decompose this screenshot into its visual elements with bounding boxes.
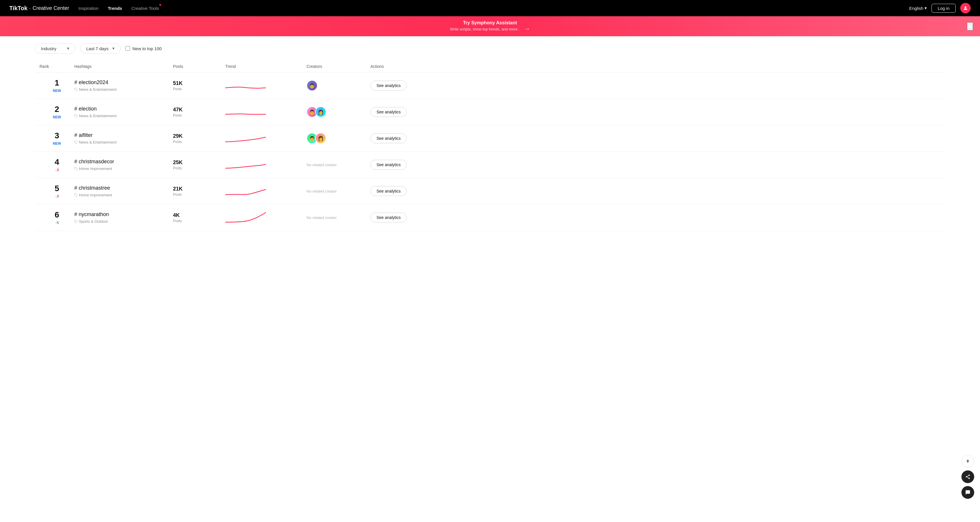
share-icon bbox=[965, 474, 970, 479]
table-row: 3 NEW # aifilter News & Entertainment 29… bbox=[35, 125, 945, 152]
hashtag-cell: # election News & Entertainment bbox=[74, 106, 173, 118]
banner-close-button[interactable]: ✕ bbox=[967, 22, 973, 30]
creator-avatars: 👨👩 bbox=[307, 106, 326, 117]
table-row: 4 ↓3 # christmasdecor Home Improvement 2… bbox=[35, 152, 945, 178]
banner-content: Try Symphony Assistant Write scripts, sh… bbox=[450, 20, 530, 32]
banner-title: Try Symphony Assistant bbox=[450, 20, 530, 25]
actions-cell: See analytics bbox=[371, 81, 940, 90]
actions-cell: See analytics bbox=[371, 133, 940, 143]
logo-tiktok: TikTok bbox=[9, 5, 27, 12]
period-chevron-icon: ▾ bbox=[112, 46, 115, 51]
creators-cell: 👨👩 bbox=[307, 106, 371, 117]
see-analytics-button[interactable]: See analytics bbox=[371, 107, 407, 117]
floating-buttons bbox=[961, 455, 974, 499]
period-dropdown[interactable]: Last 7 days ▾ bbox=[80, 43, 121, 54]
svg-line-11 bbox=[967, 476, 968, 476]
creator-avatars: 👨 bbox=[307, 80, 318, 91]
svg-point-0 bbox=[965, 6, 966, 8]
col-posts: Posts bbox=[173, 64, 225, 69]
nav-trends[interactable]: Trends bbox=[108, 5, 122, 12]
tag-icon bbox=[74, 114, 78, 118]
language-selector[interactable]: English ▾ bbox=[909, 5, 927, 11]
tag-icon bbox=[74, 167, 78, 171]
rank-cell: 5 ↓3 bbox=[40, 184, 74, 198]
posts-cell: 29K Posts bbox=[173, 133, 225, 144]
login-button[interactable]: Log in bbox=[932, 4, 956, 13]
trend-sparkline bbox=[225, 132, 266, 145]
banner-subtitle: Write scripts, show top trends, and more… bbox=[450, 27, 519, 31]
new-to-top-checkbox[interactable] bbox=[126, 46, 130, 51]
scroll-top-button[interactable] bbox=[961, 455, 974, 468]
symphony-banner[interactable]: Try Symphony Assistant Write scripts, sh… bbox=[0, 16, 980, 36]
hashtag-cell: # christmasdecor Home Improvement bbox=[74, 159, 173, 171]
nav-inspiration[interactable]: Inspiration bbox=[78, 5, 99, 12]
creators-cell: No related creator bbox=[307, 189, 371, 194]
creators-cell: No related creator bbox=[307, 216, 371, 220]
svg-point-8 bbox=[966, 476, 967, 478]
main-nav: Inspiration Trends Creative Tools bbox=[78, 5, 900, 12]
actions-cell: See analytics bbox=[371, 213, 940, 222]
user-icon bbox=[963, 5, 968, 11]
trend-cell bbox=[225, 79, 307, 92]
header-right: English ▾ Log in bbox=[909, 3, 971, 13]
trend-sparkline bbox=[225, 158, 266, 172]
see-analytics-button[interactable]: See analytics bbox=[371, 213, 407, 222]
table-body: 1 NEW # election2024 News & Entertainmen… bbox=[35, 73, 945, 231]
creator-avatar: 👩 bbox=[315, 106, 326, 117]
new-to-top-filter[interactable]: New to top 100 bbox=[126, 46, 162, 51]
tag-icon bbox=[74, 194, 78, 197]
logo-cc: Creative Center bbox=[32, 5, 69, 11]
rank-cell: 1 NEW bbox=[40, 78, 74, 93]
hashtag-cell: # election2024 News & Entertainment bbox=[74, 79, 173, 92]
filters-bar: Industry ▾ Last 7 days ▾ New to top 100 bbox=[35, 43, 945, 54]
hashtag-cell: # nycmarathon Sports & Outdoor bbox=[74, 211, 173, 224]
svg-point-9 bbox=[968, 478, 970, 479]
trend-cell bbox=[225, 211, 307, 224]
posts-cell: 21K Posts bbox=[173, 186, 225, 197]
rank-cell: 4 ↓3 bbox=[40, 157, 74, 172]
trend-cell bbox=[225, 158, 307, 172]
logo[interactable]: TikTok · Creative Center bbox=[9, 5, 69, 12]
posts-cell: 4K Posts bbox=[173, 212, 225, 223]
table-header: Rank Hashtags Posts Trend Creators Actio… bbox=[35, 60, 945, 73]
creator-avatar: 👩 bbox=[315, 133, 326, 144]
trend-sparkline bbox=[225, 79, 266, 92]
col-actions: Actions bbox=[371, 64, 940, 69]
col-creators: Creators bbox=[307, 64, 371, 69]
chat-icon bbox=[965, 490, 970, 495]
actions-cell: See analytics bbox=[371, 107, 940, 117]
col-hashtags: Hashtags bbox=[74, 64, 173, 69]
posts-cell: 47K Posts bbox=[173, 107, 225, 117]
industry-dropdown[interactable]: Industry ▾ bbox=[35, 43, 75, 54]
tag-icon bbox=[74, 220, 78, 223]
see-analytics-button[interactable]: See analytics bbox=[371, 186, 407, 196]
rank-cell: 6 ↑5 bbox=[40, 210, 74, 225]
creators-cell: 👨👩 bbox=[307, 133, 371, 144]
creators-cell: No related creator bbox=[307, 163, 371, 167]
actions-cell: See analytics bbox=[371, 160, 940, 170]
creators-cell: 👨 bbox=[307, 80, 371, 91]
avatar-button[interactable] bbox=[960, 3, 971, 13]
tag-icon bbox=[74, 88, 78, 91]
nav-creative-tools[interactable]: Creative Tools bbox=[132, 5, 159, 12]
share-button[interactable] bbox=[961, 470, 974, 483]
banner-arrow-icon: → bbox=[524, 25, 530, 32]
creative-tools-dot bbox=[159, 4, 161, 6]
see-analytics-button[interactable]: See analytics bbox=[371, 160, 407, 170]
posts-cell: 51K Posts bbox=[173, 80, 225, 91]
industry-chevron-icon: ▾ bbox=[67, 46, 69, 51]
main-header: TikTok · Creative Center Inspiration Tre… bbox=[0, 0, 980, 16]
trend-cell bbox=[225, 184, 307, 198]
col-rank: Rank bbox=[40, 64, 74, 69]
table-row: 6 ↑5 # nycmarathon Sports & Outdoor 4K P… bbox=[35, 205, 945, 231]
see-analytics-button[interactable]: See analytics bbox=[371, 133, 407, 143]
see-analytics-button[interactable]: See analytics bbox=[371, 81, 407, 90]
trend-cell bbox=[225, 132, 307, 145]
table-row: 1 NEW # election2024 News & Entertainmen… bbox=[35, 73, 945, 99]
creator-avatars: 👨👩 bbox=[307, 133, 326, 144]
svg-point-7 bbox=[968, 475, 970, 476]
svg-line-10 bbox=[967, 477, 968, 478]
tag-icon bbox=[74, 141, 78, 144]
table-row: 2 NEW # election News & Entertainment 47… bbox=[35, 99, 945, 125]
chat-button[interactable] bbox=[961, 486, 974, 499]
